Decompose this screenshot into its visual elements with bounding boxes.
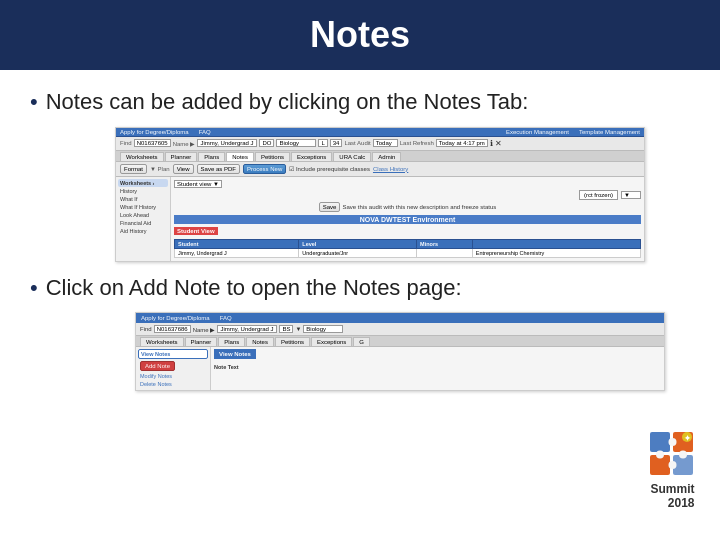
ss1-sidebar-look-ahead[interactable]: Look Ahead <box>118 211 168 219</box>
ss2-tab-g[interactable]: G <box>353 337 370 346</box>
ss1-env-banner: NOVA DWTEST Environment <box>174 215 641 224</box>
ss1-apply-label: Apply for Degree/Diploma <box>120 129 189 135</box>
ss1-sidebar-financial-aid[interactable]: Financial Aid <box>118 219 168 227</box>
summit-line1: Summit <box>650 482 694 496</box>
ss2-top-header: Apply for Degree/Diploma FAQ <box>136 313 664 323</box>
ss2-tab-planner[interactable]: Planner <box>185 337 218 346</box>
ss2-menu-modify-notes[interactable]: Modify Notes <box>138 372 208 380</box>
ss1-plan-label: ▼ Plan <box>150 166 170 172</box>
ss2-menu: View Notes Add Note Modify Notes Delete … <box>136 347 211 390</box>
ss2-major-label: ▼ <box>295 326 301 332</box>
ss2-tab-plans[interactable]: Plans <box>218 337 245 346</box>
ss1-body: Worksheets › History What If What If His… <box>116 177 644 261</box>
bullet-1: • Notes can be added by clicking on the … <box>30 88 690 117</box>
bullet-text-2: Click on Add Note to open the Notes page… <box>46 274 462 303</box>
ss1-frozen-dropdown[interactable]: ▼ <box>621 191 641 199</box>
ss2-menu-delete-notes[interactable]: Delete Notes <box>138 380 208 388</box>
ss2-menu-add-note[interactable]: Add Note <box>138 359 208 372</box>
ss1-last-audit-val: Today <box>373 139 398 147</box>
ss1-sv-extra-val: Entrepreneurship Chemistry <box>472 248 640 257</box>
ss1-tab-planner[interactable]: Planner <box>165 152 198 161</box>
ss1-class-history-link[interactable]: Class History <box>373 166 408 172</box>
svg-point-6 <box>669 461 677 469</box>
ss1-level-val: L <box>318 139 327 147</box>
ss1-sv-col-student: Student <box>175 239 299 248</box>
logo-area: ✦ Summit 2018 <box>645 427 700 510</box>
ss1-frozen-text: (rct frozen) <box>579 190 618 200</box>
ss2-name-val: Jimmy, Undergrad J <box>217 325 277 333</box>
ss1-tabs: Worksheets Planner Plans Notes Petitions… <box>116 151 644 162</box>
ss2-major-val: Biology <box>303 325 343 333</box>
ss1-tab-admin[interactable]: Admin <box>372 152 401 161</box>
ss1-find-label: Find <box>120 140 132 146</box>
ss1-sidebar-worksheets[interactable]: Worksheets › <box>118 179 168 187</box>
ss1-sidebar: Worksheets › History What If What If His… <box>116 177 171 261</box>
ss2-tab-worksheets[interactable]: Worksheets <box>140 337 184 346</box>
ss1-name-label: Name ▶ <box>173 140 196 147</box>
ss1-tab-notes[interactable]: Notes <box>226 152 254 161</box>
ss1-format-btn[interactable]: Format <box>120 164 147 174</box>
ss1-sv-col-extra <box>472 239 640 248</box>
screenshot-1: Apply for Degree/Diploma FAQ Execution M… <box>115 127 645 262</box>
ss1-frozen-row: (rct frozen) ▼ <box>174 190 641 200</box>
ss1-find-row: Find N01637605 Name ▶ Jimmy, Undergrad J… <box>116 137 644 151</box>
ss2-find-label: Find <box>140 326 152 332</box>
ss2-add-note-btn[interactable]: Add Note <box>140 361 175 371</box>
ss1-sidebar-aid-history[interactable]: Aid History <box>118 227 168 235</box>
ss1-tab-petitions[interactable]: Petitions <box>255 152 290 161</box>
ss2-find-row: Find N01637686 Name ▶ Jimmy, Undergrad J… <box>136 323 664 336</box>
ss2-menu-view-notes[interactable]: View Notes <box>138 349 208 359</box>
ss2-name-label: Name ▶ <box>193 326 216 333</box>
ss1-sv-table: Student Level Minors Jimmy, Undergrad J … <box>174 239 641 258</box>
ss2-tabs: Worksheets Planner Plans Notes Petitions… <box>136 336 664 347</box>
ss1-major-val: Biology <box>276 139 316 147</box>
ss1-sidebar-whatif[interactable]: What If <box>118 195 168 203</box>
ss1-save-pdf-btn[interactable]: Save as PDF <box>197 164 240 174</box>
bullet-symbol-1: • <box>30 88 38 117</box>
puzzle-icon: ✦ <box>645 427 700 482</box>
summit-line2: 2018 <box>650 496 694 510</box>
ss1-save-text: Save this audit with this new descriptio… <box>342 204 496 210</box>
ss2-content: View Notes Add Note Modify Notes Delete … <box>136 347 664 390</box>
ss1-student-view-label: Student View <box>174 227 218 235</box>
ss1-student-view-dropdown[interactable]: Student view ▼ <box>174 180 222 188</box>
ss1-info-icon[interactable]: ℹ <box>490 139 493 148</box>
ss1-sidebar-history[interactable]: History <box>118 187 168 195</box>
ss1-tab-plans[interactable]: Plans <box>198 152 225 161</box>
ss1-process-btn[interactable]: Process New <box>243 164 286 174</box>
bullet-2: • Click on Add Note to open the Notes pa… <box>30 274 690 303</box>
ss1-tab-exceptions[interactable]: Exceptions <box>291 152 332 161</box>
ss2-view-notes-box: View Notes <box>214 349 256 359</box>
summit-label: Summit 2018 <box>650 482 694 510</box>
ss2-tab-notes[interactable]: Notes <box>246 337 274 346</box>
table-row: Jimmy, Undergrad J Undergraduate/Jnr Ent… <box>175 248 641 257</box>
svg-point-5 <box>656 451 664 459</box>
ss1-faq-label: FAQ <box>199 129 211 135</box>
ss1-tab-worksheets[interactable]: Worksheets <box>120 152 164 161</box>
ss1-last-refresh-label: Last Refresh <box>400 140 434 146</box>
ss2-tab-exceptions[interactable]: Exceptions <box>311 337 352 346</box>
ss2-tab-petitions[interactable]: Petitions <box>275 337 310 346</box>
ss1-sv-level-val: Undergraduate/Jnr <box>299 248 417 257</box>
ss1-sidebar-whatif-history[interactable]: What If History <box>118 203 168 211</box>
ss1-sv-col-level: Level <box>299 239 417 248</box>
screenshot-2: Apply for Degree/Diploma FAQ Find N01637… <box>135 312 665 391</box>
ss1-close-icon[interactable]: ✕ <box>495 139 502 148</box>
svg-point-7 <box>679 451 687 459</box>
ss1-degree-val: DO <box>259 139 274 147</box>
ss2-faq-label: FAQ <box>220 315 232 321</box>
page-title: Notes <box>310 14 410 56</box>
ss1-last-audit-label: Last Audit <box>344 140 370 146</box>
header: Notes <box>0 0 720 70</box>
ss1-tab-ura[interactable]: URA Calc <box>333 152 371 161</box>
svg-rect-0 <box>650 432 670 452</box>
screenshot-2-container: Apply for Degree/Diploma FAQ Find N01637… <box>70 312 690 391</box>
ss1-name-val: Jimmy, Undergrad J <box>197 139 257 147</box>
svg-text:✦: ✦ <box>684 434 691 443</box>
ss1-sv-student-val: Jimmy, Undergrad J <box>175 248 299 257</box>
ss1-sv-col-minors: Minors <box>417 239 473 248</box>
ss1-view-btn[interactable]: View <box>173 164 194 174</box>
ss1-save-btn[interactable]: Save <box>319 202 341 212</box>
screenshot-1-container: Apply for Degree/Diploma FAQ Execution M… <box>70 127 690 262</box>
ss2-view-notes-label: View Notes <box>141 351 170 357</box>
